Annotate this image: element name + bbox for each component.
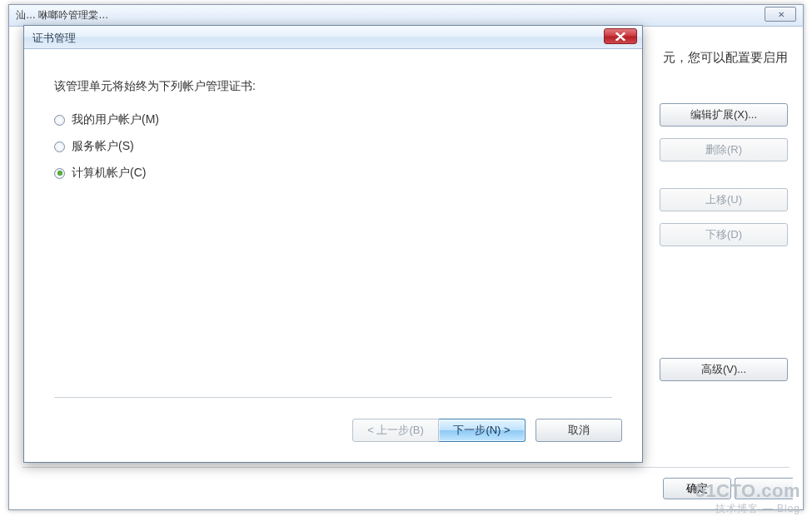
parent-title: 汕… 咻啷吟管理棠…	[16, 8, 108, 22]
remove-button: 删除(R)	[660, 138, 788, 161]
certificate-snapin-dialog: 证书管理 该管理单元将始终为下列帐户管理证书: 我的用户帐户(M) 服务帐户(S…	[23, 25, 643, 463]
back-next-group: < 上一步(B) 下一步(N) >	[352, 419, 526, 442]
radio-icon	[54, 115, 65, 126]
radio-my-user-account[interactable]: 我的用户帐户(M)	[54, 112, 612, 127]
parent-description-fragment: 元，您可以配置要启用	[663, 50, 788, 66]
move-up-button: 上移(U)	[660, 188, 788, 211]
advanced-button[interactable]: 高级(V)...	[660, 358, 788, 381]
parent-ok-button[interactable]: 确定	[663, 478, 731, 499]
close-icon	[615, 32, 626, 41]
next-button[interactable]: 下一步(N) >	[439, 419, 526, 442]
radio-icon	[54, 141, 65, 152]
parent-cancel-button-clipped[interactable]	[735, 478, 793, 499]
dialog-body: 该管理单元将始终为下列帐户管理证书: 我的用户帐户(M) 服务帐户(S) 计算机…	[24, 49, 642, 409]
parent-close-button[interactable]: ✕	[765, 7, 796, 22]
parent-side-buttons: 编辑扩展(X)... 删除(R) 上移(U) 下移(D)	[660, 103, 788, 258]
radio-label: 服务帐户(S)	[72, 139, 134, 154]
parent-titlebar: 汕… 咻啷吟管理棠… ✕	[9, 5, 803, 27]
dialog-footer: < 上一步(B) 下一步(N) > 取消	[24, 409, 642, 462]
radio-service-account[interactable]: 服务帐户(S)	[54, 139, 612, 154]
radio-label: 计算机帐户(C)	[72, 166, 146, 181]
dialog-title: 证书管理	[32, 31, 76, 46]
close-icon: ✕	[778, 10, 784, 19]
cancel-button[interactable]: 取消	[536, 419, 622, 442]
parent-separator	[22, 467, 790, 468]
dialog-instruction: 该管理单元将始终为下列帐户管理证书:	[54, 79, 612, 94]
edit-extensions-button[interactable]: 编辑扩展(X)...	[660, 103, 788, 127]
advanced-button-wrap: 高级(V)...	[660, 358, 788, 393]
radio-icon	[54, 168, 65, 179]
back-button: < 上一步(B)	[352, 419, 439, 442]
radio-computer-account[interactable]: 计算机帐户(C)	[54, 166, 612, 181]
footer-separator	[54, 397, 612, 398]
move-down-button: 下移(D)	[660, 223, 788, 246]
radio-label: 我的用户帐户(M)	[72, 112, 159, 127]
dialog-titlebar: 证书管理	[24, 26, 642, 49]
dialog-close-button[interactable]	[604, 28, 637, 44]
